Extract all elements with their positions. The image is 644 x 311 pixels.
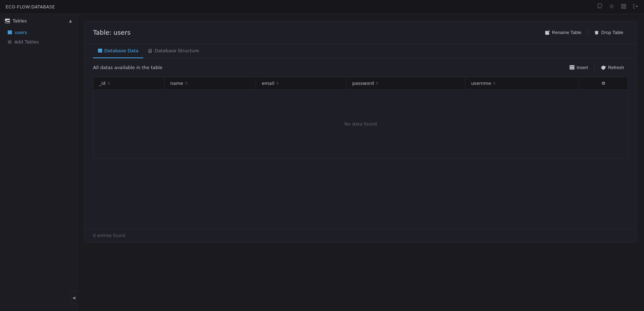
tables-icon xyxy=(5,19,10,23)
svg-line-4 xyxy=(613,8,613,8)
sidebar-add-tables[interactable]: ⊞ Add Tables xyxy=(0,37,77,47)
sort-icon-password: ⇅ xyxy=(376,81,379,85)
refresh-icon xyxy=(601,65,606,70)
col-email-label: email xyxy=(262,81,274,86)
database-structure-icon xyxy=(148,49,152,53)
sort-icon-usernme: ⇅ xyxy=(493,81,495,85)
topbar-icons xyxy=(597,4,638,11)
svg-point-0 xyxy=(611,5,613,7)
col-id-label: _id xyxy=(99,81,105,86)
svg-line-8 xyxy=(613,4,613,5)
table-card-header: Table: users Rename Table xyxy=(85,21,637,44)
rename-icon xyxy=(545,30,550,35)
toolbar-divider xyxy=(594,65,594,71)
rename-table-button[interactable]: Rename Table xyxy=(540,28,586,37)
table-toolbar: All datas available in the table Insert xyxy=(85,58,637,77)
col-actions-settings-icon: ⚙ xyxy=(602,81,606,86)
table-card: Table: users Rename Table xyxy=(84,21,637,243)
table-footer: 0 entries found xyxy=(85,229,637,242)
col-header-password[interactable]: password ⇅ xyxy=(346,77,465,90)
sidebar-item-users-label: users xyxy=(15,30,27,35)
header-divider xyxy=(587,29,588,36)
content-area: Table: users Rename Table xyxy=(77,14,644,311)
insert-label: Insert xyxy=(577,65,588,70)
tab-database-structure[interactable]: Database Structure xyxy=(143,44,204,58)
data-table: _id ⇅ name ⇅ xyxy=(93,77,628,158)
table-row-icon xyxy=(8,31,12,35)
no-data-message: No data found xyxy=(99,93,622,155)
svg-line-7 xyxy=(610,8,610,8)
sun-icon[interactable] xyxy=(609,4,615,11)
col-header-id[interactable]: _id ⇅ xyxy=(93,77,165,90)
tabs: Database Data Database Structure xyxy=(85,44,637,58)
table-title: Table: users xyxy=(93,29,131,36)
col-header-email[interactable]: email ⇅ xyxy=(256,77,347,90)
svg-rect-9 xyxy=(622,4,623,6)
topbar: ECO-FLOW:DATABASE xyxy=(0,0,644,14)
svg-rect-12 xyxy=(624,7,626,8)
main-layout: Tables ▲ users ⊞ Add Tables ◀ Table: use… xyxy=(0,14,644,311)
insert-button[interactable]: Insert xyxy=(565,63,592,72)
app-title: ECO-FLOW:DATABASE xyxy=(6,5,55,9)
col-password-label: password xyxy=(352,81,374,86)
sort-icon-email: ⇅ xyxy=(276,81,279,85)
refresh-button[interactable]: Refresh xyxy=(597,63,628,72)
sidebar-collapse-button[interactable]: ◀ xyxy=(70,291,77,304)
tab-database-structure-label: Database Structure xyxy=(155,48,199,53)
col-header-actions: ⚙ xyxy=(579,77,628,90)
col-usernme-label: usernme xyxy=(471,81,491,86)
col-header-usernme[interactable]: usernme ⇅ xyxy=(465,77,579,90)
svg-line-3 xyxy=(610,4,610,5)
entries-count: 0 entries found xyxy=(93,233,125,238)
logout-icon[interactable] xyxy=(633,4,638,11)
col-name-label: name xyxy=(170,81,183,86)
drop-icon xyxy=(594,30,599,35)
sidebar-section-header-left: Tables xyxy=(5,18,27,23)
no-data-row: No data found xyxy=(93,90,628,158)
sidebar-item-users[interactable]: users xyxy=(0,28,77,37)
drop-table-label: Drop Table xyxy=(601,30,623,35)
insert-icon xyxy=(570,65,574,70)
sidebar-section-label: Tables xyxy=(13,18,27,23)
github-icon[interactable] xyxy=(597,4,603,11)
tab-database-data[interactable]: Database Data xyxy=(93,44,143,58)
table-header-actions: Rename Table Drop Table xyxy=(540,28,628,37)
col-header-name[interactable]: name ⇅ xyxy=(164,77,256,90)
rename-table-label: Rename Table xyxy=(552,30,581,35)
tab-database-data-label: Database Data xyxy=(104,48,138,53)
toolbar-actions: Insert Refresh xyxy=(565,63,628,72)
table-toolbar-description: All datas available in the table xyxy=(93,65,163,70)
data-table-wrapper: _id ⇅ name ⇅ xyxy=(85,77,637,158)
layout-icon[interactable] xyxy=(621,4,626,11)
table-header-row: _id ⇅ name ⇅ xyxy=(93,77,628,90)
sidebar-section-header: Tables ▲ xyxy=(0,14,77,28)
refresh-label: Refresh xyxy=(608,65,624,70)
chevron-up-icon[interactable]: ▲ xyxy=(69,19,72,23)
sidebar-add-label: Add Tables xyxy=(14,39,39,45)
svg-rect-11 xyxy=(622,7,623,8)
drop-table-button[interactable]: Drop Table xyxy=(589,28,628,37)
database-data-icon xyxy=(98,49,102,53)
sort-icon-name: ⇅ xyxy=(185,81,188,85)
sidebar: Tables ▲ users ⊞ Add Tables ◀ xyxy=(0,14,77,311)
plus-icon: ⊞ xyxy=(8,39,12,45)
svg-rect-10 xyxy=(624,4,626,6)
sort-icon-id: ⇅ xyxy=(107,81,110,85)
no-data-text: No data found xyxy=(344,121,377,127)
